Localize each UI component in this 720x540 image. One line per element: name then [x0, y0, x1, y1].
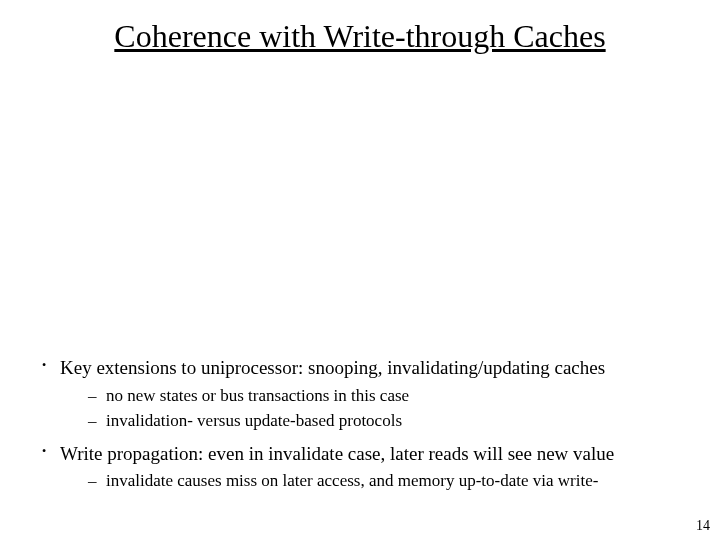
- sub-bullet-text: no new states or bus transactions in thi…: [106, 386, 409, 405]
- sub-bullet-text: invalidation- versus update-based protoc…: [106, 411, 402, 430]
- page-number: 14: [696, 518, 710, 534]
- bullet-item: Key extensions to uniprocessor: snooping…: [38, 355, 682, 433]
- sub-bullet-list: invalidate causes miss on later access, …: [60, 470, 682, 493]
- bullet-text: Key extensions to uniprocessor: snooping…: [60, 357, 605, 378]
- sub-bullet-item: invalidate causes miss on later access, …: [88, 470, 682, 493]
- sub-bullet-list: no new states or bus transactions in thi…: [60, 385, 682, 433]
- sub-bullet-item: no new states or bus transactions in thi…: [88, 385, 682, 408]
- bullet-list: Key extensions to uniprocessor: snooping…: [38, 355, 682, 493]
- sub-bullet-text: invalidate causes miss on later access, …: [106, 471, 598, 490]
- slide-title: Coherence with Write-through Caches: [38, 18, 682, 55]
- slide: Coherence with Write-through Caches Key …: [0, 0, 720, 493]
- bullet-item: Write propagation: even in invalidate ca…: [38, 441, 682, 494]
- bullet-text: Write propagation: even in invalidate ca…: [60, 443, 614, 464]
- sub-bullet-item: invalidation- versus update-based protoc…: [88, 410, 682, 433]
